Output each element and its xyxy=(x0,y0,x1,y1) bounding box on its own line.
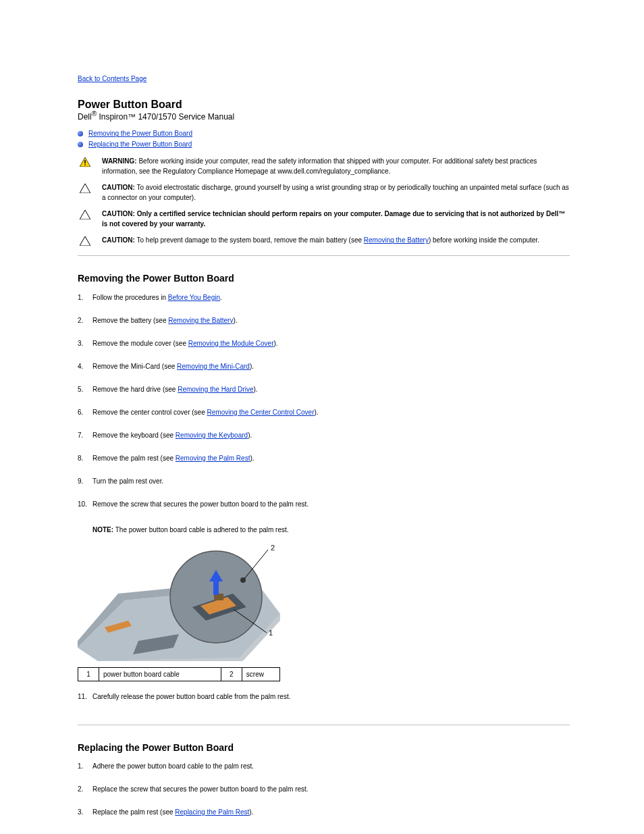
back-link[interactable]: Back to Contents Page xyxy=(78,75,146,82)
svg-marker-4 xyxy=(80,210,90,219)
step-item: Adhere the power button board cable to t… xyxy=(78,762,570,785)
section-divider xyxy=(78,725,570,725)
page-title: Power Button Board xyxy=(78,99,182,110)
removing-battery-link[interactable]: Removing the Battery xyxy=(364,236,429,244)
step-item: Remove the palm rest (see Removing the P… xyxy=(78,454,570,477)
step-item: Remove the keyboard (see Removing the Ke… xyxy=(78,431,570,454)
step-item: Replace the screw that secures the power… xyxy=(78,785,570,808)
svg-rect-1 xyxy=(84,160,86,163)
section-heading-replace: Replacing the Power Button Board xyxy=(78,741,570,754)
caution-text: CAUTION: Only a certified service techni… xyxy=(92,209,570,229)
step-item: Replace the palm rest (see Replacing the… xyxy=(78,808,570,831)
toc-link-remove[interactable]: Removing the Power Button Board xyxy=(88,130,192,137)
svg-text:2: 2 xyxy=(271,544,275,552)
step-link[interactable]: Replacing the Palm Rest xyxy=(175,808,249,816)
callout-table: 1 power button board cable 2 screw xyxy=(78,667,280,681)
caution-icon xyxy=(78,209,92,219)
caution-text: CAUTION: To avoid electrostatic discharg… xyxy=(92,183,570,203)
table-row: 1 power button board cable 2 screw xyxy=(78,667,280,681)
caution-notice: CAUTION: Only a certified service techni… xyxy=(78,209,570,229)
callout-label: screw xyxy=(242,667,279,681)
step-link[interactable]: Removing the Keyboard xyxy=(176,432,248,439)
callout-label: power button board cable xyxy=(99,667,221,681)
step-link[interactable]: Removing the Palm Rest xyxy=(176,454,250,462)
step-item: Remove the hard drive (see Removing the … xyxy=(78,385,570,408)
svg-marker-5 xyxy=(80,236,90,246)
step-item: Remove the Mini-Card (see Removing the M… xyxy=(78,362,570,385)
svg-rect-2 xyxy=(84,165,86,166)
step-link[interactable]: Removing the Module Cover xyxy=(188,340,274,347)
callout-num: 1 xyxy=(78,667,99,681)
callout-num: 2 xyxy=(221,667,242,681)
step-item: Remove the battery (see Removing the Bat… xyxy=(78,316,570,339)
warning-icon xyxy=(78,157,92,167)
step-item: Turn the palm rest over. xyxy=(78,477,570,500)
step-link[interactable]: Before You Begin xyxy=(168,294,220,301)
section-heading-remove: Removing the Power Button Board xyxy=(78,272,570,284)
step-link[interactable]: Removing the Hard Drive xyxy=(178,386,253,393)
mini-toc: Removing the Power Button Board Replacin… xyxy=(78,129,570,149)
document-page: Back to Contents Page Power Button Board… xyxy=(0,0,644,834)
caution-icon xyxy=(78,236,92,246)
illustration-block: 2 1 1 power button board cable 2 screw xyxy=(78,540,280,681)
remove-steps-cont: Carefully release the power button board… xyxy=(78,692,570,715)
step-item: Remove the screw that secures the power … xyxy=(78,500,570,523)
svg-marker-3 xyxy=(80,184,90,193)
toc-item[interactable]: Replacing the Power Button Board xyxy=(78,140,570,149)
palmrest-illustration: 2 1 xyxy=(78,540,280,661)
warning-text: WARNING: Before working inside your comp… xyxy=(92,157,570,176)
step-item: Follow the procedures in Before You Begi… xyxy=(78,293,570,316)
note: NOTE: The power button board cable is ad… xyxy=(92,525,570,537)
step-item: Remove the module cover (see Removing th… xyxy=(78,339,570,362)
step-item: Carefully release the power button board… xyxy=(78,692,570,715)
section-divider xyxy=(78,255,570,256)
warning-notice: WARNING: Before working inside your comp… xyxy=(78,157,570,176)
step-link[interactable]: Removing the Mini-Card xyxy=(177,363,250,370)
step-item: Remove the center control cover (see Rem… xyxy=(78,408,570,431)
caution-notice: CAUTION: To avoid electrostatic discharg… xyxy=(78,183,570,203)
caution-icon xyxy=(78,183,92,193)
step-link[interactable]: Removing the Center Control Cover xyxy=(207,409,315,416)
toc-link-replace[interactable]: Replacing the Power Button Board xyxy=(88,140,192,148)
svg-rect-17 xyxy=(213,580,219,595)
back-to-contents[interactable]: Back to Contents Page xyxy=(78,74,570,83)
page-subtitle: Dell® Inspiron™ 1470/1570 Service Manual xyxy=(78,112,234,122)
step-link[interactable]: Removing the Battery xyxy=(168,317,233,324)
toc-item[interactable]: Removing the Power Button Board xyxy=(78,129,570,138)
remove-steps: Follow the procedures in Before You Begi… xyxy=(78,293,570,523)
caution-text: CAUTION: To help prevent damage to the s… xyxy=(92,236,570,246)
title-block: Power Button Board Dell® Inspiron™ 1470/… xyxy=(78,98,570,122)
replace-steps: Adhere the power button board cable to t… xyxy=(78,762,570,831)
caution-notice: CAUTION: To help prevent damage to the s… xyxy=(78,236,570,246)
svg-text:1: 1 xyxy=(269,629,273,637)
